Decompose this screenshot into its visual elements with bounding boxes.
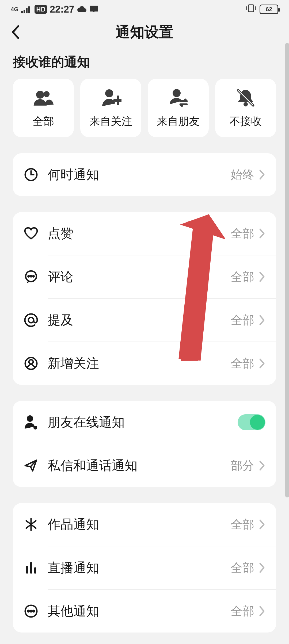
svg-point-28 — [28, 610, 29, 612]
svg-point-29 — [30, 610, 32, 612]
svg-point-18 — [27, 415, 33, 422]
chevron-right-icon — [259, 460, 265, 471]
svg-point-15 — [28, 317, 34, 323]
row-works[interactable]: 作品通知 全部 — [13, 503, 276, 546]
page-title: 通知设置 — [116, 22, 173, 42]
row-value: 全部 — [231, 226, 254, 241]
row-other[interactable]: 其他通知 全部 — [13, 590, 276, 632]
send-icon — [24, 458, 39, 473]
row-comment[interactable]: 评论 全部 — [13, 255, 276, 298]
header: 通知设置 — [0, 19, 289, 48]
chevron-right-icon — [259, 519, 265, 530]
svg-point-17 — [29, 360, 33, 364]
row-dm-call[interactable]: 私信和通话通知 部分 — [13, 444, 276, 487]
card-interactions: 点赞 全部 评论 全部 提及 全部 新增关注 全部 — [13, 212, 276, 385]
tile-label: 来自关注 — [89, 114, 132, 129]
card-content: 作品通知 全部 直播通知 全部 其他通知 全部 — [13, 503, 276, 632]
heart-icon — [24, 226, 39, 241]
card-when: 何时通知 始终 — [13, 153, 276, 196]
row-label: 评论 — [48, 268, 73, 285]
clock-icon — [24, 167, 39, 182]
cloud-icon — [77, 4, 87, 15]
svg-point-3 — [36, 91, 44, 99]
comment-icon — [24, 269, 39, 284]
section-label-from-who: 接收谁的通知 — [0, 48, 289, 79]
row-label: 何时通知 — [48, 166, 99, 183]
row-label: 其他通知 — [48, 603, 99, 620]
bars-icon — [24, 560, 39, 575]
hd-badge: HD — [35, 5, 47, 14]
chevron-right-icon — [259, 358, 265, 369]
receive-from-tiles: 全部 来自关注 来自朋友 不接收 — [0, 79, 289, 137]
bell-off-icon — [235, 88, 256, 108]
card-social: 朋友在线通知 私信和通话通知 部分 — [13, 401, 276, 487]
row-when-notify[interactable]: 何时通知 始终 — [13, 153, 276, 196]
tile-following[interactable]: 来自关注 — [80, 79, 141, 137]
svg-point-14 — [33, 276, 34, 277]
row-value: 全部 — [231, 560, 254, 576]
row-label: 直播通知 — [48, 559, 99, 576]
tile-all[interactable]: 全部 — [13, 79, 74, 137]
row-new-follow[interactable]: 新增关注 全部 — [13, 342, 276, 385]
row-label: 新增关注 — [48, 355, 99, 372]
book-icon — [89, 4, 98, 15]
row-label: 提及 — [48, 312, 73, 329]
svg-rect-0 — [248, 5, 254, 12]
battery-icon: 62 — [260, 5, 278, 14]
tile-friends[interactable]: 来自朋友 — [148, 79, 209, 137]
row-value: 全部 — [231, 603, 254, 619]
svg-point-6 — [173, 89, 181, 97]
row-value: 全部 — [231, 517, 254, 532]
person-swap-icon — [168, 88, 189, 108]
svg-point-19 — [33, 426, 37, 430]
row-value: 全部 — [231, 356, 254, 371]
chevron-right-icon — [259, 271, 265, 282]
chevron-right-icon — [259, 606, 265, 616]
row-label: 作品通知 — [48, 516, 99, 533]
row-friend-online[interactable]: 朋友在线通知 — [13, 401, 276, 444]
sparkle-icon — [24, 517, 39, 532]
svg-point-4 — [44, 91, 50, 97]
status-bar: 4G HD 22:27 62 — [0, 0, 289, 19]
svg-point-12 — [28, 276, 29, 277]
svg-point-5 — [105, 89, 113, 97]
more-circle-icon — [24, 604, 39, 619]
svg-point-30 — [33, 610, 35, 612]
row-label: 点赞 — [48, 225, 73, 242]
at-icon — [24, 313, 39, 328]
row-value: 始终 — [231, 167, 254, 183]
row-live[interactable]: 直播通知 全部 — [13, 546, 276, 589]
row-mention[interactable]: 提及 全部 — [13, 299, 276, 342]
row-value: 部分 — [231, 458, 254, 474]
people-icon — [33, 88, 54, 108]
toggle-friend-online[interactable] — [238, 414, 265, 430]
row-like[interactable]: 点赞 全部 — [13, 212, 276, 255]
row-value: 全部 — [231, 312, 254, 328]
chevron-right-icon — [259, 228, 265, 239]
row-label: 朋友在线通知 — [48, 414, 125, 431]
person-dot-icon — [24, 415, 39, 430]
svg-point-13 — [31, 276, 32, 277]
person-plus-icon — [100, 88, 121, 108]
back-button[interactable] — [11, 24, 21, 40]
tile-label: 全部 — [33, 114, 54, 129]
chevron-right-icon — [259, 315, 265, 325]
svg-point-7 — [244, 102, 248, 106]
status-time: 22:27 — [50, 4, 74, 15]
chevron-right-icon — [259, 169, 265, 180]
scrollbar[interactable] — [285, 43, 289, 497]
tile-label: 不接收 — [230, 114, 262, 129]
chevron-right-icon — [259, 562, 265, 573]
tile-none[interactable]: 不接收 — [215, 79, 276, 137]
row-label: 私信和通话通知 — [48, 457, 138, 474]
signal-4g-text: 4G — [11, 6, 18, 12]
vibrate-icon — [246, 4, 256, 15]
person-circle-icon — [24, 356, 39, 371]
tile-label: 来自朋友 — [157, 114, 200, 129]
row-value: 全部 — [231, 269, 254, 285]
signal-icon — [21, 5, 32, 13]
